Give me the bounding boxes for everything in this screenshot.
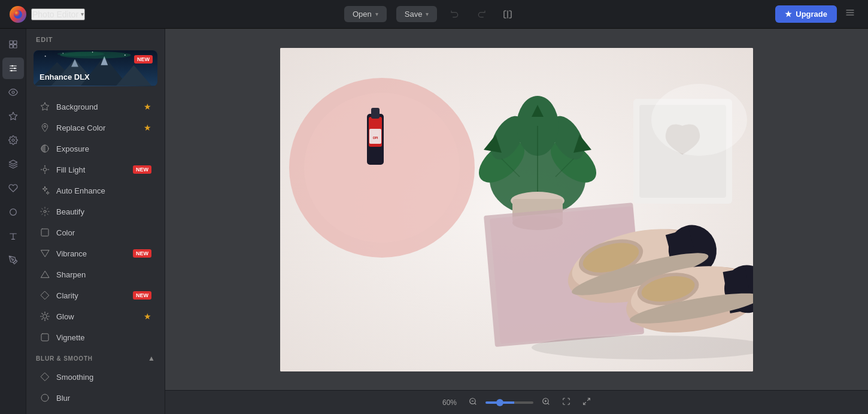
tool-item-fill-light[interactable]: Fill Light NEW bbox=[30, 159, 161, 180]
svg-point-0 bbox=[14, 10, 22, 19]
svg-marker-17 bbox=[9, 160, 17, 164]
fill-light-icon bbox=[40, 164, 50, 175]
background-icon bbox=[40, 101, 50, 112]
eye-icon bbox=[8, 87, 18, 97]
sidebar-icon-heart[interactable] bbox=[2, 177, 24, 199]
tool-item-auto-enhance[interactable]: Auto Enhance bbox=[30, 180, 161, 201]
sidebar-icon-sliders[interactable] bbox=[2, 58, 24, 79]
svg-line-107 bbox=[548, 403, 550, 405]
tool-item-funky-focus[interactable]: Funky Focus ★ bbox=[30, 409, 161, 414]
sidebar-icon-star[interactable] bbox=[2, 105, 24, 127]
sidebar-icon-grid[interactable] bbox=[2, 34, 24, 55]
svg-point-37 bbox=[43, 168, 46, 171]
blur-label: Blur bbox=[56, 394, 151, 403]
vibrance-icon bbox=[40, 248, 50, 259]
tool-item-glow[interactable]: Glow ★ bbox=[30, 306, 161, 327]
main: EDIT bbox=[0, 29, 868, 414]
menu-button[interactable] bbox=[842, 4, 858, 24]
sidebar-icon-text[interactable] bbox=[2, 225, 24, 247]
save-chevron-icon: ▾ bbox=[426, 11, 429, 17]
app-title-button[interactable]: Photo Editor ▾ bbox=[31, 8, 85, 20]
brush-icon bbox=[8, 255, 18, 265]
tool-item-beautify[interactable]: Beautify bbox=[30, 201, 161, 222]
app-title-chevron-icon: ▾ bbox=[81, 11, 84, 17]
panel-header: EDIT bbox=[26, 29, 165, 48]
brand-logo bbox=[10, 6, 26, 23]
topbar-left: Photo Editor ▾ bbox=[10, 6, 85, 23]
open-button[interactable]: Open ▾ bbox=[344, 6, 387, 22]
smoothing-icon bbox=[40, 371, 50, 382]
vignette-icon bbox=[40, 332, 50, 343]
upgrade-button[interactable]: ★ Upgrade bbox=[775, 5, 837, 23]
svg-point-31 bbox=[125, 55, 126, 56]
fullscreen-button[interactable] bbox=[579, 395, 594, 410]
svg-line-54 bbox=[42, 319, 43, 319]
tool-item-background[interactable]: Background ★ bbox=[30, 96, 161, 117]
enhance-card[interactable]: Enhance DLX NEW bbox=[34, 50, 157, 86]
blur-smooth-section-header[interactable]: BLUR & SMOOTH ▲ bbox=[26, 348, 165, 366]
tool-item-vignette[interactable]: Vignette bbox=[30, 327, 161, 347]
svg-point-29 bbox=[45, 56, 46, 57]
tool-item-exposure[interactable]: Exposure bbox=[30, 138, 161, 159]
tool-item-vibrance[interactable]: Vibrance NEW bbox=[30, 243, 161, 264]
canvas-wrapper: OPI bbox=[165, 29, 868, 390]
svg-line-111 bbox=[584, 402, 586, 404]
sidebar-icon-layers[interactable] bbox=[2, 153, 24, 175]
svg-point-35 bbox=[44, 125, 45, 127]
fit-screen-button[interactable] bbox=[559, 395, 574, 410]
zoom-out-icon bbox=[469, 397, 477, 406]
svg-rect-5 bbox=[13, 41, 16, 44]
upgrade-star-icon: ★ bbox=[785, 10, 792, 19]
blur-smooth-chevron-icon: ▲ bbox=[148, 354, 155, 362]
canvas-area: OPI bbox=[165, 29, 868, 414]
svg-point-30 bbox=[62, 53, 63, 54]
compare-button[interactable] bbox=[499, 6, 516, 23]
compare-icon bbox=[503, 10, 512, 19]
svg-rect-56 bbox=[41, 334, 48, 341]
layers-icon bbox=[8, 159, 18, 169]
heart-icon bbox=[8, 183, 18, 193]
zoom-in-button[interactable] bbox=[538, 396, 554, 409]
settings-icon bbox=[8, 135, 18, 145]
undo-button[interactable] bbox=[447, 6, 463, 23]
clarity-new-badge: NEW bbox=[133, 291, 151, 300]
glow-icon bbox=[40, 311, 50, 322]
tool-item-color[interactable]: Color bbox=[30, 222, 161, 243]
glow-label: Glow bbox=[56, 312, 138, 321]
tool-item-blur[interactable]: Blur bbox=[30, 388, 161, 408]
sharpen-label: Sharpen bbox=[56, 270, 151, 279]
svg-point-33 bbox=[92, 52, 93, 53]
topbar-right: ★ Upgrade bbox=[775, 4, 858, 24]
tool-item-sharpen[interactable]: Sharpen bbox=[30, 264, 161, 285]
sidebar-icon-shapes[interactable] bbox=[2, 201, 24, 223]
svg-line-104 bbox=[475, 403, 477, 405]
background-label: Background bbox=[56, 102, 138, 111]
background-star-badge: ★ bbox=[144, 102, 151, 111]
save-button[interactable]: Save ▾ bbox=[396, 6, 438, 22]
upgrade-label: Upgrade bbox=[796, 10, 827, 19]
tool-item-replace-color[interactable]: Replace Color ★ bbox=[30, 117, 161, 138]
sidebar-icon-brush[interactable] bbox=[2, 249, 24, 271]
clarity-icon bbox=[40, 290, 50, 301]
zoom-slider[interactable] bbox=[485, 401, 533, 404]
replace-color-icon bbox=[40, 122, 50, 133]
enhance-card-label: Enhance DLX bbox=[40, 72, 90, 81]
app-title-text: Photo Editor bbox=[32, 10, 78, 19]
svg-line-52 bbox=[42, 313, 43, 314]
canvas-image[interactable]: OPI bbox=[280, 48, 753, 371]
text-icon bbox=[8, 231, 18, 241]
color-icon bbox=[40, 227, 50, 238]
clarity-label: Clarity bbox=[56, 291, 127, 300]
sidebar-icon-eye[interactable] bbox=[2, 81, 24, 103]
svg-marker-46 bbox=[41, 291, 48, 299]
redo-button[interactable] bbox=[473, 6, 490, 23]
tools-list: Background ★ Replace Color ★ Exposure bbox=[26, 93, 165, 414]
replace-color-label: Replace Color bbox=[56, 123, 138, 132]
svg-line-110 bbox=[587, 398, 590, 401]
tool-item-clarity[interactable]: Clarity NEW bbox=[30, 285, 161, 306]
tool-item-smoothing[interactable]: Smoothing bbox=[30, 367, 161, 387]
svg-point-42 bbox=[44, 210, 46, 213]
sidebar-icon-settings[interactable] bbox=[2, 129, 24, 151]
color-label: Color bbox=[56, 228, 151, 237]
zoom-out-button[interactable] bbox=[465, 396, 481, 409]
